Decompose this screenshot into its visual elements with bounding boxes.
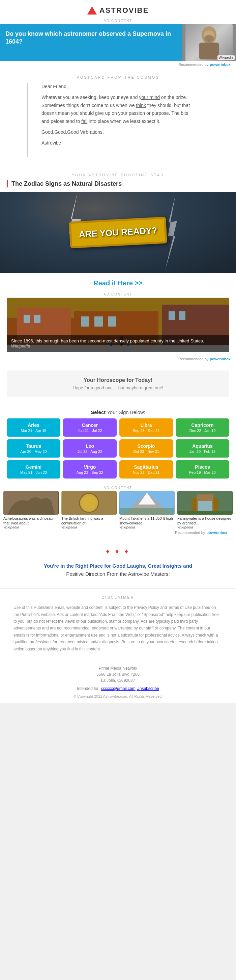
shooting-star-label: YOUR ASTROVIBE SHOOTING STAR [0, 167, 236, 180]
sign-date-pisces: Feb 19 - Mar 20 [178, 471, 227, 474]
postcard-container: Dear Friend, Whatever you are seeking, k… [0, 83, 236, 167]
sign-btn-gemini[interactable]: Gemini May 21 - Jun 20 [7, 460, 60, 479]
sign-btn-cancer[interactable]: Cancer Jun 21 - Jul 22 [63, 418, 117, 437]
sign-btn-libra[interactable]: Libra Sep 23 - Dec 22 [119, 418, 173, 437]
sign-date-gemini: May 21 - Jun 20 [9, 471, 58, 474]
sign-btn-leo[interactable]: Leo Jul 23 - Aug 22 [63, 439, 117, 458]
sign-btn-taurus[interactable]: Taurus Apr 20 - May 20 [7, 439, 60, 458]
read-it-link[interactable]: Read it Here >> [93, 279, 143, 287]
bottom-ad-section: · AD CONTENT · Achelousaurus was a dinos… [0, 484, 236, 541]
promo-text: You're in the Right Place for Good Laugh… [0, 558, 236, 588]
footer-address1: 5666 La Jolla Blvd #206 [0, 672, 236, 677]
promo-strong: You're in the Right Place for Good Laugh… [44, 563, 192, 569]
sign-date-leo: Jul 23 - Aug 22 [65, 449, 115, 453]
bottom-ad-image-1 [61, 491, 117, 515]
select-strong: Select [91, 409, 106, 415]
bottom-ad-wiki-3: Wikipedia [177, 525, 233, 529]
svg-rect-31 [198, 501, 212, 511]
sign-name-taurus: Taurus [9, 444, 58, 449]
bottom-ad-wiki-1: Wikipedia [61, 525, 117, 529]
recommended-by-top: Recommended by powerinbox [0, 61, 236, 69]
horoscope-subtitle: Hope for a good one… but maybe a great o… [13, 385, 223, 390]
svg-rect-13 [108, 317, 116, 326]
bottom-ad-image-2 [119, 491, 175, 515]
disclaimer-section: DISCLAIMER Use of this Publisher's email… [0, 588, 236, 659]
dino-svg [3, 491, 59, 515]
bottom-ad-caption-0: Achelousaurus was a dinosaur that lived … [3, 516, 59, 526]
bottom-ad-image-3 [177, 491, 233, 515]
sign-btn-aquarius[interactable]: Aquarius Jan 20 - Feb 18 [176, 439, 229, 458]
sign-name-libra: Libra [121, 422, 171, 428]
svg-rect-10 [34, 315, 40, 323]
svg-point-3 [204, 35, 214, 42]
bottom-ad-item-0[interactable]: Achelousaurus was a dinosaur that lived … [3, 491, 59, 530]
lightning-image: ARE YOU READY? [0, 192, 236, 273]
sign-name-leo: Leo [65, 444, 115, 449]
header: ASTROVIBE [0, 0, 236, 17]
postcard-line-3: Astrovibe [41, 139, 196, 147]
sign-btn-sagittarius[interactable]: Sagittarius Nov 22 - Dec 21 [119, 460, 173, 479]
recommended-by-second: Recommended by powerinbox [0, 356, 236, 364]
sign-date-aries: Mar 21 - Apr 19 [9, 428, 58, 433]
ad-second-caption: Since 1896, this borough has been the se… [7, 335, 229, 352]
ad-second-wiki: Wikipedia [11, 344, 30, 348]
sign-name-capricorn: Capricorn [178, 422, 227, 428]
logo-triangle-icon [87, 6, 97, 14]
ad-banner-top[interactable]: Do you know which astronomer observed a … [0, 24, 236, 61]
promo-line2: Positive Direction From the Astrovibe Ma… [66, 571, 170, 577]
powerinbox-second: powerinbox [210, 357, 231, 361]
footer-copyright: © Copyright 2021 AstroVibe.com. All Righ… [0, 694, 236, 698]
powerinbox-top: powerinbox [210, 62, 231, 67]
bottom-ad-item-1[interactable]: The British farthing was a continuation … [61, 491, 117, 530]
select-sign-label: Select Your Sign Below: [0, 404, 236, 418]
footer-unsubscribe[interactable]: Unsubscribe [136, 686, 159, 691]
svg-rect-11 [81, 317, 89, 326]
footer-email[interactable]: xxxxxx@gmail.com [101, 686, 136, 691]
shooting-star-title: The Zodiac Signs as Natural Disasters [7, 180, 229, 188]
sign-btn-capricorn[interactable]: Capricorn Dec 22 - Jan 19 [176, 418, 229, 437]
svg-rect-15 [179, 311, 185, 320]
sign-grid: Aries Mar 21 - Apr 19 Cancer Jun 21 - Ju… [0, 418, 236, 484]
read-it-link-container[interactable]: Read it Here >> [0, 273, 236, 290]
sign-name-aries: Aries [9, 422, 58, 428]
bottom-ad-caption-3: Fallingwater is a house designed by arch… [177, 516, 233, 526]
ad-second-image: Since 1896, this borough has been the se… [7, 298, 229, 352]
bottom-ad-item-3[interactable]: Fallingwater is a house designed by arch… [177, 491, 233, 530]
svg-rect-1 [199, 43, 219, 59]
sign-btn-pisces[interactable]: Pisces Feb 19 - Mar 20 [176, 460, 229, 479]
bottom-ad-caption-1: The British farthing was a continuation … [61, 516, 117, 526]
horoscope-section: Your Horoscope for Today! Hope for a goo… [7, 371, 229, 397]
recommended-by-bottom: Recommended by powerinbox [3, 529, 233, 537]
bottom-ad-wiki-2: Wikipedia [119, 525, 175, 529]
shooting-star-section: The Zodiac Signs as Natural Disasters [0, 180, 236, 188]
sign-name-gemini: Gemini [9, 465, 58, 470]
powerinbox-bottom: powerinbox [206, 531, 227, 535]
bottom-ad-images: Achelousaurus was a dinosaur that lived … [3, 491, 233, 530]
svg-point-23 [82, 496, 96, 509]
ad-second-container[interactable]: Since 1896, this borough has been the se… [7, 298, 229, 352]
mountain-svg [119, 491, 175, 515]
footer-intended: Intended for: xxxxxx@gmail.com Unsubscri… [0, 686, 236, 691]
sign-btn-virgo[interactable]: Virgo Aug 23 - Sep 22 [63, 460, 117, 479]
postcard-line-1: Whatever you are seeking, keep your eye … [41, 94, 196, 126]
footer: Prime Media Network 5666 La Jolla Blvd #… [0, 659, 236, 703]
svg-rect-14 [169, 311, 175, 320]
sign-date-aquarius: Jan 20 - Feb 18 [178, 449, 227, 453]
sign-date-virgo: Aug 23 - Sep 22 [65, 471, 115, 474]
horoscope-title: Your Horoscope for Today! [13, 377, 223, 383]
svg-rect-32 [178, 511, 232, 515]
sign-date-cancer: Jun 21 - Jul 22 [65, 428, 115, 433]
sign-name-pisces: Pisces [178, 465, 227, 470]
svg-rect-9 [24, 315, 30, 323]
bottom-ad-wiki-0: Wikipedia [3, 525, 59, 529]
bottom-ad-item-2[interactable]: Mount Takahe is a 11,350 ft high snow-co… [119, 491, 175, 530]
postcard-section-label: POSTCARD FROM THE COSMOS [0, 69, 236, 83]
sign-btn-scorpio[interactable]: Scorpio Oct 23 - Nov 21 [119, 439, 173, 458]
postcard-text: Dear Friend, Whatever you are seeking, k… [27, 83, 209, 157]
sign-btn-aries[interactable]: Aries Mar 21 - Apr 19 [7, 418, 60, 437]
coin-svg [61, 491, 117, 515]
warning-sign-box: ARE YOU READY? [69, 216, 167, 248]
bottom-ad-caption-2: Mount Takahe is a 11,350 ft high snow-co… [119, 516, 175, 526]
email-wrapper: ASTROVIBE · AD CONTENT · Do you know whi… [0, 0, 236, 703]
wiki-tag-top: Wikipedia [217, 56, 234, 60]
